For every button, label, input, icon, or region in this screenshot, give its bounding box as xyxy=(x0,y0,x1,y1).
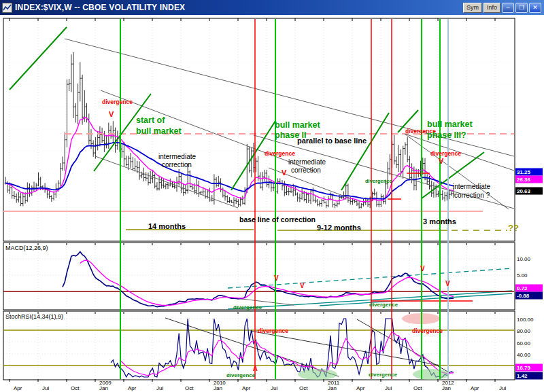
annotation-v: V xyxy=(300,282,305,289)
macd-label-axis-text: 10.00 xyxy=(517,256,531,262)
window-title-bar: INDEX:$VIX,W -- CBOE VOLATILITY INDEX Sy… xyxy=(0,0,544,15)
window-icon xyxy=(2,3,12,13)
annotation-bull-market: bull market xyxy=(275,120,321,130)
x-axis-month-label: Jul xyxy=(385,385,392,391)
x-axis-month-label: Jul xyxy=(499,385,506,391)
price-label-tag-text: 20.63 xyxy=(517,188,531,194)
x-axis-month-label: Oct xyxy=(299,385,308,391)
annotation-parallel-to-base-line: parallel to base line xyxy=(297,137,367,145)
annotation-divergence: divergence xyxy=(226,372,256,378)
annotation-3-months: 3 months xyxy=(423,217,456,226)
x-axis-month-label: Jul xyxy=(156,385,163,391)
annotation-correction: correction xyxy=(162,161,192,168)
stoch-label-tag-text: 16.79 xyxy=(517,365,531,371)
x-axis-month-label: Apr xyxy=(242,385,251,391)
stoch-label-axis-text: 60.00 xyxy=(517,340,531,346)
x-axis-month-label: Jan xyxy=(214,385,222,391)
annotation-??: ?? xyxy=(508,223,519,233)
annotation-divergence: divergence xyxy=(258,327,288,334)
annotation-v: V xyxy=(274,274,279,282)
annotation-9-12-months: 9-12 months xyxy=(317,224,361,232)
annotation-divergence: divergence xyxy=(369,372,398,378)
annotation-v: V xyxy=(420,265,425,272)
x-axis-month-label: Jul xyxy=(42,385,49,391)
annotation-14-months: 14 months xyxy=(148,222,186,230)
highlight-ellipse xyxy=(413,369,449,380)
maximize-button[interactable]: ❐ xyxy=(515,3,528,13)
x-axis-month-label: Apr xyxy=(356,385,365,391)
price-label-tag-text: 26.36 xyxy=(517,177,531,183)
highlight-ellipse xyxy=(298,369,337,380)
annotation-v: V xyxy=(109,110,114,118)
annotation-divergence: divergence xyxy=(430,150,461,157)
annotation-v: V xyxy=(439,157,444,165)
annotation-correction-?: correction ? xyxy=(454,192,490,199)
x-axis-month-label: Apr xyxy=(14,385,22,391)
x-axis-month-label: Oct xyxy=(413,385,422,391)
sym-button[interactable]: Sym xyxy=(463,3,482,13)
annotation-divergence: divergence xyxy=(265,150,295,157)
price-label-tag-text: 31.25 xyxy=(517,169,531,175)
x-axis-month-label: Apr xyxy=(128,385,137,391)
macd-panel-title: MACD(12,26,9) xyxy=(5,245,48,251)
window-title: INDEX:$VIX,W -- CBOE VOLATILITY INDEX xyxy=(15,3,463,12)
annotation-intermediate: intermediate xyxy=(158,153,196,160)
x-axis-month-label: Jul xyxy=(271,385,277,391)
annotation-phase-iii?: phase III? xyxy=(427,130,466,140)
x-axis-month-label: Jan xyxy=(99,385,108,391)
app-window: INDEX:$VIX,W -- CBOE VOLATILITY INDEX Sy… xyxy=(0,0,544,392)
x-axis-month-label: Apr xyxy=(471,385,479,391)
chart-svg: divergenceVstart ofbull marketintermedia… xyxy=(0,15,544,392)
x-axis-month-label: Oct xyxy=(71,385,80,391)
macd-label-tag-text: -0.88 xyxy=(517,293,530,299)
x-axis-month-label: Jan xyxy=(442,385,451,391)
stoch-panel-title: StochRSI(14,34(1),9) xyxy=(5,313,63,320)
annotation--: Λ xyxy=(253,365,258,372)
macd-label-axis-text: 5.00 xyxy=(517,272,528,279)
annotation-correction: correction xyxy=(291,166,321,174)
annotation-divergence: divergence xyxy=(233,304,262,310)
close-button[interactable]: ✕ xyxy=(529,3,541,13)
annotation-divergence: divergence xyxy=(369,302,398,308)
x-axis-month-label: Jan xyxy=(328,385,337,391)
annotation-divergence: divergence xyxy=(102,99,133,105)
annotation-bull-market: bull market xyxy=(136,126,182,136)
annotation-start-of: start of xyxy=(136,115,165,125)
minimize-button[interactable]: – xyxy=(502,3,514,13)
stoch-label-tag-text: 1.42 xyxy=(517,373,528,379)
annotation-divergence: divergence xyxy=(365,178,392,184)
annotation-bull-market: bull market xyxy=(427,120,473,129)
x-axis-month-label: Oct xyxy=(185,385,194,391)
annotation-intermediate: intermediate xyxy=(453,183,490,190)
stoch-label-axis-text: 40.00 xyxy=(517,352,531,358)
annotation-divergence: divergence xyxy=(412,327,443,334)
annotation-v: V xyxy=(445,280,450,287)
annotation-base-line-of-correction: base line of correction xyxy=(239,215,316,224)
chart-area: divergenceVstart ofbull marketintermedia… xyxy=(0,15,544,392)
annotation-v: V xyxy=(282,168,287,177)
stoch-label-axis-text: 100.00 xyxy=(517,317,534,323)
annotation-intermediate: intermediate xyxy=(288,158,326,166)
macd-label-tag-text: 0.72 xyxy=(517,285,528,291)
stoch-label-axis-text: 80.00 xyxy=(517,328,531,334)
info-button[interactable]: Info xyxy=(483,3,500,13)
